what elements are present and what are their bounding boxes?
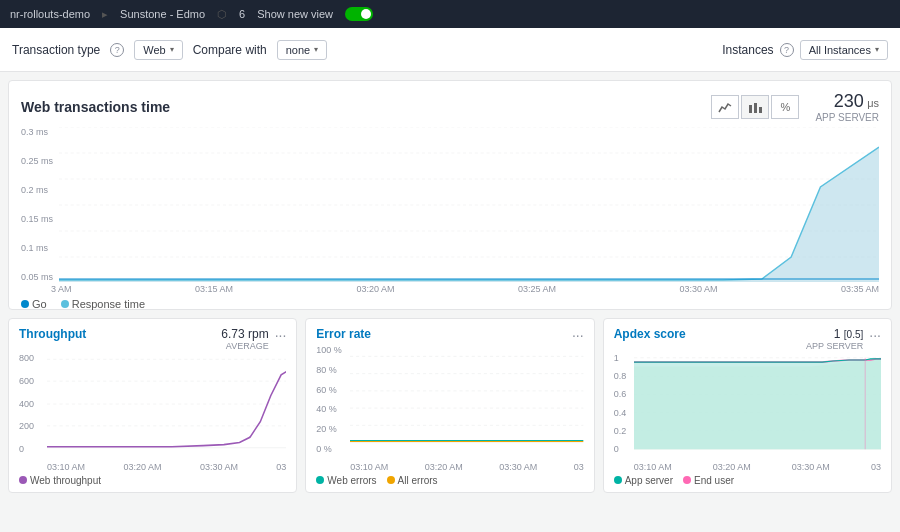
svg-marker-32 [634,359,881,449]
apdex-value: 1 [834,327,841,341]
nav-separator: ▸ [102,8,108,21]
apdex-meta: 1 [0.5] APP SERVER [806,327,863,351]
svg-rect-1 [754,103,757,113]
web-dropdown-arrow: ▾ [170,45,174,54]
none-dropdown-label: none [286,44,310,56]
throughput-chart-area: 800 600 400 200 0 03:10 AM 03:20 AM 03:3… [19,353,286,472]
instance-name[interactable]: Sunstone - Edmo [120,8,205,20]
web-dropdown-label: Web [143,44,165,56]
all-instances-label: All Instances [809,44,871,56]
line-chart-btn[interactable] [711,95,739,119]
app-name[interactable]: nr-rollouts-demo [10,8,90,20]
throughput-title: Throughput [19,327,86,341]
apdex-svg [634,353,881,454]
apdex-chart-area: 1 0.8 0.6 0.4 0.2 0 [614,353,881,472]
all-errors-dot [387,476,395,484]
chart-number: 230 [834,91,864,111]
main-chart-value: 230 μs APP SERVER [815,91,879,123]
throughput-legend: Web throughput [19,475,286,486]
throughput-legend-label: Web throughput [30,475,101,486]
chart-sub-label: APP SERVER [815,112,879,123]
error-rate-legend: Web errors All errors [316,475,583,486]
main-chart-legend: Go Response time [21,298,879,310]
instances-label: Instances [722,43,773,57]
svg-rect-2 [759,107,762,113]
throughput-legend-dot [19,476,27,484]
throughput-sub: AVERAGE [221,341,268,351]
apdex-legend: App server End user [614,475,881,486]
chart-unit: μs [867,97,879,109]
apdex-unit: [0.5] [844,329,863,340]
bottom-row: Throughput 6.73 rpm AVERAGE ··· 800 600 … [8,318,892,493]
error-rate-menu[interactable]: ··· [572,327,584,343]
end-user-dot [683,476,691,484]
instances-section: Instances ? All Instances ▾ [722,40,888,60]
error-rate-chart-area: 100 % 80 % 60 % 40 % 20 % 0 % 03:10 AM [316,345,583,472]
app-server-dot [614,476,622,484]
chart-big-num: 230 μs [834,96,879,110]
all-instances-dropdown[interactable]: All Instances ▾ [800,40,888,60]
error-rate-svg [350,345,583,454]
bar-chart-btn[interactable] [741,95,769,119]
end-user-label: End user [694,475,734,486]
icon-count: 6 [239,8,245,20]
transaction-type-help-icon[interactable]: ? [110,43,124,57]
main-chart-title: Web transactions time [21,99,170,115]
svg-rect-0 [749,105,752,113]
chart-controls: % [711,95,799,119]
compare-with-label: Compare with [193,43,267,57]
main-chart-svg [59,127,879,282]
top-nav: nr-rollouts-demo ▸ Sunstone - Edmo ⬡ 6 S… [0,0,900,28]
throughput-card: Throughput 6.73 rpm AVERAGE ··· 800 600 … [8,318,297,493]
go-legend-dot [21,300,29,308]
main-chart-area: 0.3 ms 0.25 ms 0.2 ms 0.15 ms 0.1 ms 0.0… [21,127,879,282]
header-bar: Transaction type ? Web ▾ Compare with no… [0,28,900,72]
app-server-label: App server [625,475,673,486]
response-legend-label: Response time [72,298,145,310]
throughput-menu[interactable]: ··· [275,327,287,343]
main-chart-header: Web transactions time % 230 μs APP SERVE… [21,91,879,123]
main-x-labels: 3 AM 03:15 AM 03:20 AM 03:25 AM 03:30 AM… [21,284,879,294]
show-new-view-toggle[interactable] [345,7,373,21]
throughput-header: Throughput 6.73 rpm AVERAGE ··· [19,327,286,351]
transaction-type-label: Transaction type [12,43,100,57]
response-legend-dot [61,300,69,308]
web-errors-dot [316,476,324,484]
percent-icon: % [781,101,791,113]
none-dropdown[interactable]: none ▾ [277,40,327,60]
go-legend-label: Go [32,298,47,310]
web-errors-label: Web errors [327,475,376,486]
apdex-sub: APP SERVER [806,341,863,351]
svg-marker-10 [59,147,879,282]
percent-chart-btn[interactable]: % [771,95,799,119]
none-dropdown-arrow: ▾ [314,45,318,54]
error-rate-card: Error rate ··· 100 % 80 % 60 % 40 % 20 %… [305,318,594,493]
show-new-view-label: Show new view [257,8,333,20]
instances-help-icon[interactable]: ? [780,43,794,57]
web-dropdown[interactable]: Web ▾ [134,40,182,60]
throughput-meta: 6.73 rpm AVERAGE [221,327,268,351]
nav-separator2: ⬡ [217,8,227,21]
apdex-menu[interactable]: ··· [869,327,881,343]
main-y-labels: 0.3 ms 0.25 ms 0.2 ms 0.15 ms 0.1 ms 0.0… [21,127,59,282]
apdex-header: Apdex score 1 [0.5] APP SERVER ··· [614,327,881,351]
throughput-value: 6.73 rpm [221,327,268,341]
main-chart-section: Web transactions time % 230 μs APP SERVE… [8,80,892,310]
error-rate-header: Error rate ··· [316,327,583,343]
error-rate-title: Error rate [316,327,371,341]
all-errors-label: All errors [398,475,438,486]
throughput-svg [47,353,286,454]
all-instances-arrow: ▾ [875,45,879,54]
apdex-title: Apdex score [614,327,686,341]
apdex-card: Apdex score 1 [0.5] APP SERVER ··· 1 0.8… [603,318,892,493]
